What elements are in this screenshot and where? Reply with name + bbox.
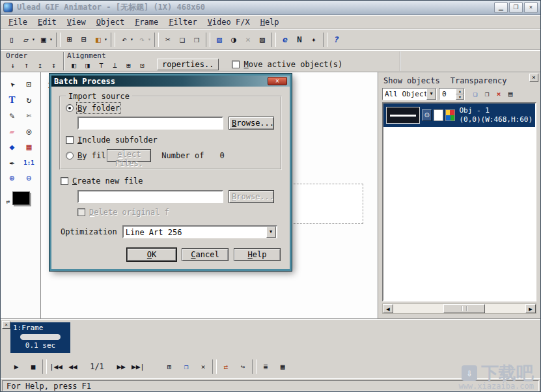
center-horizontal-icon[interactable]: ⊞ bbox=[122, 60, 135, 71]
transparency-stepper[interactable]: 0 ▲ ▼ bbox=[439, 88, 465, 100]
by-folder-radio[interactable] bbox=[66, 104, 74, 112]
help-button[interactable]: Help bbox=[234, 248, 281, 261]
next-frame-button[interactable]: ▶▶ bbox=[113, 359, 129, 374]
object-properties-icon[interactable]: ▤ bbox=[505, 89, 516, 100]
optimization-wizard-icon[interactable]: ✦ bbox=[307, 33, 321, 47]
fill-caret-icon[interactable]: ▾ bbox=[103, 33, 109, 47]
preview-netscape-icon[interactable]: N bbox=[292, 33, 307, 47]
panel-close-button[interactable]: × bbox=[529, 74, 538, 82]
zoom-out-tool[interactable]: ⊖ bbox=[21, 171, 38, 185]
delete-icon[interactable]: × bbox=[241, 33, 255, 47]
new-icon[interactable]: ▯ bbox=[5, 33, 19, 47]
move-up-icon[interactable]: ↑ bbox=[20, 60, 33, 71]
ok-button[interactable]: OK bbox=[127, 248, 176, 261]
scroll-right-icon[interactable]: ▶ bbox=[525, 304, 536, 313]
stop-button[interactable]: ■ bbox=[25, 359, 41, 374]
eye-icon[interactable]: ⊙ bbox=[422, 109, 432, 121]
align-right-icon[interactable]: ◨ bbox=[81, 60, 94, 71]
browse-folder-button[interactable]: Browse... bbox=[229, 117, 274, 130]
menu-video-fx[interactable]: Video F/X bbox=[202, 16, 255, 28]
create-new-file-checkbox[interactable] bbox=[61, 177, 68, 185]
redo-caret-icon[interactable]: ▾ bbox=[146, 33, 152, 47]
spin-down-icon[interactable]: ▼ bbox=[456, 94, 464, 100]
pick-tool[interactable]: ➤ bbox=[1, 74, 23, 95]
align-top-icon[interactable]: ⊤ bbox=[94, 60, 108, 71]
eyedropper-tool[interactable]: ✒ bbox=[4, 156, 21, 169]
paste-icon[interactable]: ❒ bbox=[189, 33, 204, 47]
object-row-selected[interactable]: ⊙ Obj - 1 (0,0)(W:468,H:60) bbox=[383, 104, 535, 127]
object-blank-swatch[interactable] bbox=[434, 109, 443, 121]
grid-tool[interactable]: ▦ bbox=[21, 140, 38, 154]
align-left-icon[interactable]: ◧ bbox=[67, 60, 81, 71]
select-object-tool[interactable]: ⊡ bbox=[21, 77, 38, 91]
copy-icon[interactable]: ❑ bbox=[175, 33, 189, 47]
scroll-left-icon[interactable]: ◀ bbox=[383, 304, 393, 313]
sweep-icon[interactable]: ▨ bbox=[255, 33, 270, 47]
prev-frame-button[interactable]: ◀◀ bbox=[65, 359, 81, 374]
frame-item-selected[interactable]: 1:Frame 0.1 sec bbox=[10, 322, 70, 353]
menu-help[interactable]: Help bbox=[255, 16, 284, 28]
dialog-titlebar[interactable]: Batch Process × bbox=[51, 76, 290, 87]
add-banner-text-icon[interactable]: ⊟ bbox=[77, 33, 91, 47]
color-swatch[interactable] bbox=[12, 191, 30, 205]
frame-strip-close-button[interactable]: × bbox=[2, 321, 10, 329]
object-color-swatch[interactable] bbox=[445, 109, 455, 121]
output-path-input[interactable] bbox=[77, 190, 223, 203]
optimize-icon[interactable]: ◑ bbox=[227, 33, 241, 47]
object-filter-select[interactable]: All Objects ▼ bbox=[382, 88, 437, 100]
scrollbar-track[interactable] bbox=[393, 304, 525, 313]
menu-file[interactable]: File bbox=[3, 16, 33, 28]
frame-properties-icon[interactable]: ▦ bbox=[275, 359, 290, 374]
align-bottom-icon[interactable]: ⊥ bbox=[108, 60, 122, 71]
folder-path-input[interactable] bbox=[77, 117, 223, 130]
by-files-radio[interactable] bbox=[66, 152, 74, 160]
move-down-icon[interactable]: ↓ bbox=[6, 60, 20, 71]
spin-up-icon[interactable]: ▲ bbox=[456, 89, 464, 94]
context-help-icon[interactable]: ? bbox=[329, 33, 344, 47]
optimization-select[interactable]: Line Art 256 ▼ bbox=[122, 225, 277, 238]
actual-size-tool[interactable]: 1:1 bbox=[21, 156, 38, 169]
move-frame-icon[interactable]: ↪ bbox=[235, 359, 251, 374]
center-both-icon[interactable]: ⊡ bbox=[135, 60, 149, 71]
delete-object-icon[interactable]: × bbox=[493, 89, 505, 100]
open-caret-icon[interactable]: ▾ bbox=[31, 33, 36, 47]
scrollbar-thumb[interactable] bbox=[443, 304, 485, 313]
restore-button[interactable]: ❐ bbox=[509, 2, 523, 13]
menu-view[interactable]: View bbox=[62, 16, 91, 28]
paint-tool[interactable]: ✎ bbox=[4, 109, 21, 122]
move-to-bottom-icon[interactable]: ↧ bbox=[47, 60, 61, 71]
menu-filter[interactable]: Filter bbox=[163, 16, 202, 28]
chevron-down-icon[interactable]: ▼ bbox=[426, 89, 436, 100]
duplicate-frame-icon[interactable]: ❐ bbox=[178, 359, 194, 374]
save-caret-icon[interactable]: ▾ bbox=[48, 33, 54, 47]
first-frame-button[interactable]: |◀◀ bbox=[48, 359, 64, 374]
object-list[interactable]: ⊙ Obj - 1 (0,0)(W:468,H:60) bbox=[382, 102, 536, 301]
onion-skin-icon[interactable]: ≣ bbox=[258, 359, 273, 374]
dialog-close-button[interactable]: × bbox=[268, 77, 287, 85]
select-all-icon[interactable]: ▧ bbox=[212, 33, 227, 47]
text-tool[interactable]: T bbox=[4, 93, 21, 107]
minimize-button[interactable]: ▁ bbox=[494, 2, 508, 13]
magnifier-tool[interactable]: ◎ bbox=[21, 124, 38, 138]
chevron-down-icon[interactable]: ▼ bbox=[266, 227, 276, 238]
properties-button[interactable]: roperties.. bbox=[157, 59, 219, 70]
undo-caret-icon[interactable]: ▾ bbox=[129, 33, 135, 47]
swap-frames-icon[interactable]: ⇄ bbox=[218, 359, 234, 374]
rotate-tool[interactable]: ↻ bbox=[21, 93, 38, 107]
move-to-top-icon[interactable]: ↥ bbox=[33, 60, 47, 71]
add-frame-icon[interactable]: ⊞ bbox=[161, 359, 177, 374]
add-image-icon[interactable]: ⊞ bbox=[62, 33, 77, 47]
menu-frame[interactable]: Frame bbox=[130, 16, 163, 28]
eraser-tool[interactable]: ▰ bbox=[4, 124, 21, 138]
last-frame-button[interactable]: ▶▶| bbox=[130, 359, 146, 374]
cut-icon[interactable]: ✂ bbox=[161, 33, 175, 47]
swap-colors-icon[interactable]: ⇄ bbox=[6, 198, 10, 205]
duplicate-object-icon[interactable]: ❐ bbox=[481, 89, 493, 100]
preview-ie-icon[interactable]: e bbox=[278, 33, 292, 47]
toggle-visibility-icon[interactable]: ❏ bbox=[469, 89, 481, 100]
move-active-checkbox[interactable] bbox=[232, 61, 240, 68]
delete-frame-icon[interactable]: × bbox=[195, 359, 211, 374]
play-button[interactable]: ▶ bbox=[8, 359, 24, 374]
close-button[interactable]: × bbox=[524, 2, 538, 13]
include-subfolder-checkbox[interactable] bbox=[66, 136, 74, 144]
